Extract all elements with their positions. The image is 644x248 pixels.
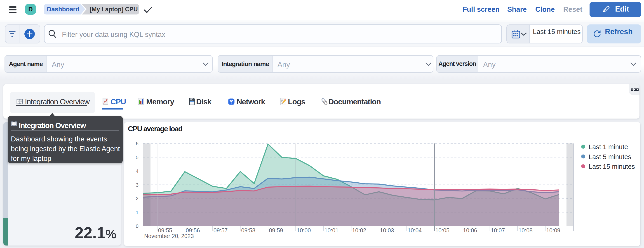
svg-text:09:57: 09:57 (214, 227, 228, 233)
svg-text:10:03: 10:03 (380, 227, 394, 233)
svg-text:Last 1 minute: Last 1 minute (589, 143, 628, 150)
svg-text:Last 5 minutes: Last 5 minutes (589, 153, 631, 160)
svg-text:10:06: 10:06 (463, 227, 477, 233)
svg-text:3: 3 (136, 182, 138, 188)
svg-text:10:09: 10:09 (546, 227, 560, 233)
svg-text:09:56: 09:56 (186, 227, 200, 233)
svg-text:6: 6 (136, 141, 138, 146)
svg-text:10:07: 10:07 (491, 227, 505, 233)
svg-text:10:04: 10:04 (408, 227, 422, 233)
svg-text:5: 5 (136, 155, 138, 160)
svg-text:10:05: 10:05 (435, 227, 450, 233)
svg-text:10:01: 10:01 (324, 227, 339, 233)
svg-text:09:59: 09:59 (269, 227, 283, 233)
svg-text:2: 2 (136, 196, 138, 201)
svg-text:4: 4 (136, 168, 138, 174)
svg-text:0: 0 (136, 223, 138, 229)
svg-text:10:02: 10:02 (352, 227, 366, 233)
svg-text:November 20, 2023: November 20, 2023 (144, 233, 194, 239)
svg-text:1: 1 (136, 209, 138, 215)
svg-text:09:58: 09:58 (241, 227, 256, 233)
svg-text:10:00: 10:00 (297, 227, 311, 233)
svg-text:Last 15 minutes: Last 15 minutes (589, 163, 635, 170)
svg-text:09:55: 09:55 (158, 227, 172, 233)
svg-text:10:08: 10:08 (518, 227, 532, 233)
